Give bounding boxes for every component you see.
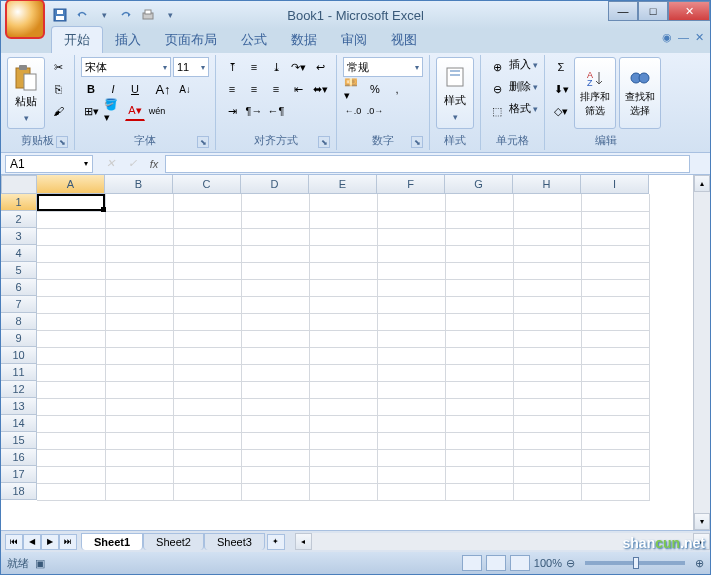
cell[interactable] xyxy=(309,279,377,296)
cell[interactable] xyxy=(513,466,581,483)
autosum-button[interactable]: Σ xyxy=(551,57,571,77)
minimize-ribbon-icon[interactable]: — xyxy=(678,31,689,44)
cell[interactable] xyxy=(105,415,173,432)
column-header[interactable]: F xyxy=(377,175,445,194)
cell[interactable] xyxy=(37,432,105,449)
decrease-indent-icon[interactable]: ⇤ xyxy=(288,79,308,99)
row-header[interactable]: 3 xyxy=(1,228,37,245)
cell[interactable] xyxy=(37,194,105,211)
cell[interactable] xyxy=(377,245,445,262)
sort-filter-button[interactable]: AZ 排序和 筛选 xyxy=(574,57,616,129)
sheet-tab[interactable]: Sheet2 xyxy=(143,533,204,550)
row-header[interactable]: 6 xyxy=(1,279,37,296)
normal-view-button[interactable] xyxy=(462,555,482,571)
close-button[interactable]: ✕ xyxy=(668,1,710,21)
cell[interactable] xyxy=(377,449,445,466)
fill-button[interactable]: ⬇▾ xyxy=(551,79,571,99)
border-button[interactable]: ⊞▾ xyxy=(81,101,101,121)
cell[interactable] xyxy=(445,262,513,279)
row-header[interactable]: 11 xyxy=(1,364,37,381)
cell[interactable] xyxy=(37,398,105,415)
cell[interactable] xyxy=(581,279,649,296)
cell[interactable] xyxy=(173,211,241,228)
cell[interactable] xyxy=(445,466,513,483)
font-size-combo[interactable]: 11▾ xyxy=(173,57,209,77)
shrink-font-button[interactable]: A↓ xyxy=(175,79,195,99)
cell[interactable] xyxy=(581,398,649,415)
doc-close-icon[interactable]: ✕ xyxy=(695,31,704,44)
enter-formula-icon[interactable]: ✓ xyxy=(121,155,143,173)
row-header[interactable]: 12 xyxy=(1,381,37,398)
cell[interactable] xyxy=(241,466,309,483)
wrap-text-icon[interactable]: ↩ xyxy=(310,57,330,77)
cell[interactable] xyxy=(241,398,309,415)
cell[interactable] xyxy=(513,330,581,347)
cell[interactable] xyxy=(513,279,581,296)
merge-center-icon[interactable]: ⬌▾ xyxy=(310,79,330,99)
underline-button[interactable]: U xyxy=(125,79,145,99)
cell[interactable] xyxy=(105,432,173,449)
cell[interactable] xyxy=(377,296,445,313)
tab-view[interactable]: 视图 xyxy=(379,27,429,53)
row-header[interactable]: 10 xyxy=(1,347,37,364)
row-header[interactable]: 2 xyxy=(1,211,37,228)
row-header[interactable]: 13 xyxy=(1,398,37,415)
column-header[interactable]: D xyxy=(241,175,309,194)
tab-data[interactable]: 数据 xyxy=(279,27,329,53)
cell[interactable] xyxy=(105,279,173,296)
scroll-left-icon[interactable]: ◂ xyxy=(295,533,312,550)
cell[interactable] xyxy=(377,466,445,483)
cell-styles-button[interactable]: 样式 xyxy=(436,57,474,129)
copy-icon[interactable]: ⎘ xyxy=(48,79,68,99)
cell[interactable] xyxy=(309,432,377,449)
redo-icon[interactable] xyxy=(117,6,135,24)
decrease-decimal-button[interactable]: .0→ xyxy=(365,101,385,121)
format-painter-icon[interactable]: 🖌 xyxy=(48,101,68,121)
cell[interactable] xyxy=(377,279,445,296)
cell[interactable] xyxy=(241,262,309,279)
cell[interactable] xyxy=(105,313,173,330)
cell[interactable] xyxy=(513,194,581,211)
cell[interactable] xyxy=(513,381,581,398)
zoom-slider[interactable] xyxy=(585,561,685,565)
cell[interactable] xyxy=(377,194,445,211)
cell[interactable] xyxy=(445,483,513,500)
column-header[interactable]: C xyxy=(173,175,241,194)
cell[interactable] xyxy=(513,347,581,364)
cell[interactable] xyxy=(309,466,377,483)
tab-review[interactable]: 审阅 xyxy=(329,27,379,53)
cell[interactable] xyxy=(105,228,173,245)
font-launcher[interactable]: ⬊ xyxy=(197,136,209,148)
row-header[interactable]: 5 xyxy=(1,262,37,279)
undo-dropdown[interactable] xyxy=(95,6,113,24)
cell[interactable] xyxy=(37,245,105,262)
cell[interactable] xyxy=(513,483,581,500)
office-button[interactable] xyxy=(5,0,45,39)
align-bottom-icon[interactable]: ⤓ xyxy=(266,57,286,77)
row-header[interactable]: 8 xyxy=(1,313,37,330)
undo-icon[interactable] xyxy=(73,6,91,24)
cell[interactable] xyxy=(445,194,513,211)
cell[interactable] xyxy=(173,483,241,500)
cell[interactable] xyxy=(37,296,105,313)
tab-page-layout[interactable]: 页面布局 xyxy=(153,27,229,53)
percent-button[interactable]: % xyxy=(365,79,385,99)
cell[interactable] xyxy=(377,483,445,500)
cell[interactable] xyxy=(173,330,241,347)
cell[interactable] xyxy=(513,296,581,313)
cell[interactable] xyxy=(309,415,377,432)
cell[interactable] xyxy=(581,449,649,466)
cell[interactable] xyxy=(241,296,309,313)
align-middle-icon[interactable]: ≡ xyxy=(244,57,264,77)
row-header[interactable]: 9 xyxy=(1,330,37,347)
cell[interactable] xyxy=(581,313,649,330)
cell[interactable] xyxy=(309,211,377,228)
cell[interactable] xyxy=(513,415,581,432)
cell[interactable] xyxy=(581,364,649,381)
bold-button[interactable]: B xyxy=(81,79,101,99)
cell[interactable] xyxy=(105,398,173,415)
ltr-icon[interactable]: ¶→ xyxy=(244,101,264,121)
cell[interactable] xyxy=(105,381,173,398)
sheet-tab[interactable]: Sheet3 xyxy=(204,533,265,550)
format-cells-button[interactable]: ⬚格式 xyxy=(487,101,538,121)
